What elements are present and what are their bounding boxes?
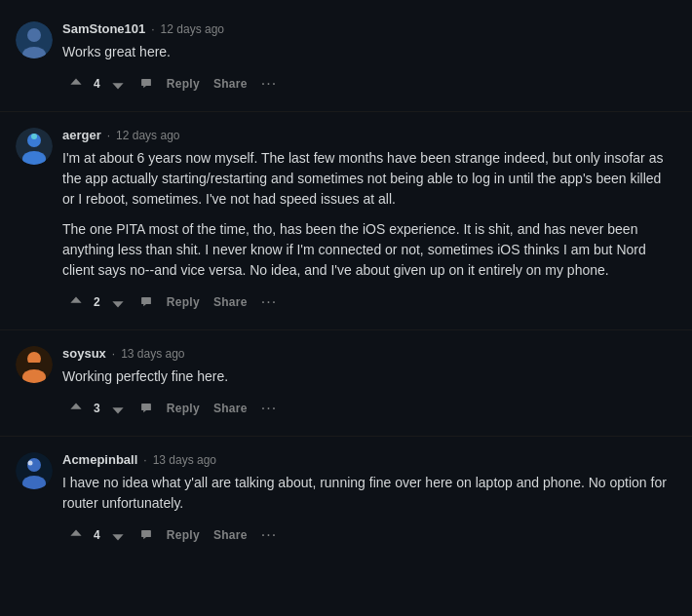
comment-text: I'm at about 6 years now myself. The las… xyxy=(62,148,676,281)
comment-text: Works great here. xyxy=(62,42,676,62)
comment-body: aerger · 12 days ago I'm at about 6 year… xyxy=(62,128,676,314)
share-button[interactable]: Share xyxy=(208,73,253,95)
reply-button[interactable]: Reply xyxy=(161,524,206,546)
comment-author: SamStone101 xyxy=(62,21,145,36)
comment-author: aerger xyxy=(62,128,101,142)
more-options-button[interactable]: ··· xyxy=(255,290,283,314)
avatar xyxy=(16,346,53,383)
comment-body: Acmepinball · 13 days ago I have no idea… xyxy=(62,452,676,547)
comment-time: 13 days ago xyxy=(153,453,216,467)
share-button[interactable]: Share xyxy=(208,398,253,419)
svg-point-1 xyxy=(27,28,41,42)
comment-author: Acmepinball xyxy=(62,452,137,467)
comment-divider xyxy=(0,111,692,112)
downvote-button[interactable] xyxy=(104,397,132,420)
comment-author: soysux xyxy=(62,346,106,361)
svg-rect-11 xyxy=(25,363,43,366)
comment-dot: · xyxy=(107,129,110,142)
share-button[interactable]: Share xyxy=(208,524,253,546)
comment-time: 13 days ago xyxy=(121,347,184,361)
comment-comment-2: aerger · 12 days ago I'm at about 6 year… xyxy=(0,116,692,326)
upvote-button[interactable] xyxy=(62,290,90,314)
comment-actions: 2 Reply Share ··· xyxy=(62,290,676,314)
upvote-button[interactable] xyxy=(62,72,90,96)
comment-time: 12 days ago xyxy=(116,129,179,142)
reply-button[interactable]: Reply xyxy=(161,398,206,419)
comment-text: I have no idea what y'all are talking ab… xyxy=(62,473,676,514)
vote-group: 3 xyxy=(62,397,132,420)
vote-group: 2 xyxy=(62,290,132,314)
comment-actions: 4 Reply Share ··· xyxy=(62,72,676,96)
reply-icon-button[interactable] xyxy=(134,291,159,313)
comment-time: 12 days ago xyxy=(161,22,224,36)
comment-body: SamStone101 · 12 days ago Works great he… xyxy=(62,21,676,96)
avatar xyxy=(16,452,53,489)
comment-dot: · xyxy=(151,22,154,36)
reply-icon-button[interactable] xyxy=(134,73,159,95)
more-options-button[interactable]: ··· xyxy=(255,523,283,547)
downvote-button[interactable] xyxy=(104,523,132,547)
share-button[interactable]: Share xyxy=(208,291,253,313)
comment-actions: 3 Reply Share ··· xyxy=(62,397,676,420)
vote-count: 2 xyxy=(92,295,102,309)
reply-icon-button[interactable] xyxy=(134,398,159,419)
avatar xyxy=(16,128,53,165)
vote-count: 4 xyxy=(92,77,102,91)
comment-meta: SamStone101 · 12 days ago xyxy=(62,21,676,36)
svg-rect-6 xyxy=(29,147,39,150)
avatar xyxy=(16,21,53,58)
svg-point-7 xyxy=(31,134,37,139)
reply-button[interactable]: Reply xyxy=(161,73,206,95)
comment-dot: · xyxy=(112,347,115,361)
vote-group: 4 xyxy=(62,523,132,547)
comment-meta: Acmepinball · 13 days ago xyxy=(62,452,676,467)
upvote-button[interactable] xyxy=(62,397,90,420)
comment-divider xyxy=(0,329,692,330)
comment-comment-1: SamStone101 · 12 days ago Works great he… xyxy=(0,10,692,107)
comment-actions: 4 Reply Share ··· xyxy=(62,523,676,547)
svg-point-15 xyxy=(28,461,33,466)
more-options-button[interactable]: ··· xyxy=(255,397,283,420)
comment-comment-3: soysux · 13 days ago Working perfectly f… xyxy=(0,334,692,432)
comment-meta: soysux · 13 days ago xyxy=(62,346,676,361)
comment-comment-4: Acmepinball · 13 days ago I have no idea… xyxy=(0,441,692,558)
comment-divider xyxy=(0,436,692,437)
comment-meta: aerger · 12 days ago xyxy=(62,128,676,142)
vote-count: 4 xyxy=(92,528,102,542)
downvote-button[interactable] xyxy=(104,290,132,314)
comment-body: soysux · 13 days ago Working perfectly f… xyxy=(62,346,676,420)
reply-icon-button[interactable] xyxy=(134,524,159,546)
vote-count: 3 xyxy=(92,402,102,415)
more-options-button[interactable]: ··· xyxy=(255,72,283,96)
upvote-button[interactable] xyxy=(62,523,90,547)
reply-button[interactable]: Reply xyxy=(161,291,206,313)
vote-group: 4 xyxy=(62,72,132,96)
comment-dot: · xyxy=(143,453,146,467)
downvote-button[interactable] xyxy=(104,72,132,96)
comment-text: Working perfectly fine here. xyxy=(62,366,676,387)
